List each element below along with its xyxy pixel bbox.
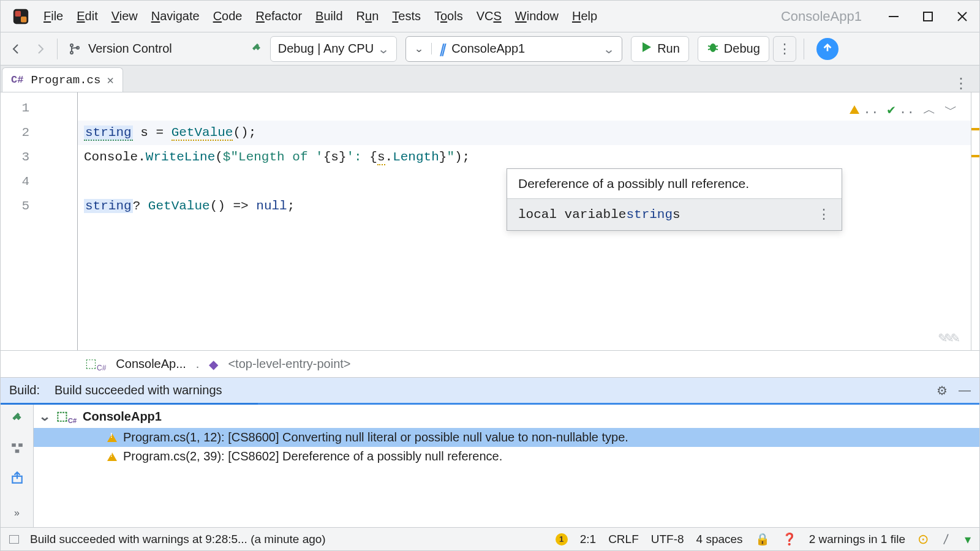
export-log-icon[interactable]	[9, 470, 25, 485]
more-actions-button[interactable]: ⋮	[773, 36, 796, 62]
code-editor[interactable]: 1 2 3 4 5 string s = GetValue(); Console…	[1, 92, 979, 350]
method-icon: ◆	[209, 357, 218, 372]
breadcrumb-method[interactable]: <top-level-entry-point>	[228, 357, 350, 371]
back-button[interactable]	[7, 39, 26, 59]
expand-icon[interactable]: »	[9, 505, 25, 521]
file-encoding[interactable]: UTF-8	[651, 533, 684, 546]
status-bar: Build succeeded with warnings at 9:28:5.…	[1, 527, 979, 550]
build-messages[interactable]: ⌄ ⬚C# ConsoleApp1 ! Program.cs(1, 12): […	[34, 405, 979, 527]
vcs-label[interactable]: Version Control	[88, 42, 172, 56]
lock-icon[interactable]: 🔒	[755, 532, 770, 546]
app-logo-icon	[12, 7, 30, 26]
menu-file[interactable]: File	[37, 6, 69, 27]
csharp-project-icon: ⬚C#	[85, 356, 106, 372]
menu-code[interactable]: Code	[207, 6, 249, 27]
problems-badge[interactable]: 1	[556, 533, 568, 545]
hammer-icon[interactable]	[9, 411, 25, 427]
menu-navigate[interactable]: Navigate	[145, 6, 206, 27]
tab-overflow-button[interactable]: ⋮	[954, 75, 968, 92]
maximize-button[interactable]	[911, 1, 945, 32]
svg-point-7	[70, 44, 73, 47]
inspection-profile-icon[interactable]: ❓	[782, 532, 797, 546]
svg-line-11	[708, 46, 710, 47]
minimize-button[interactable]	[876, 1, 911, 32]
close-button[interactable]	[945, 1, 979, 32]
csharp-file-icon: C#	[11, 74, 23, 86]
indent-setting[interactable]: 4 spaces	[696, 533, 743, 546]
menu-tools[interactable]: Tools	[428, 6, 469, 27]
warning-icon	[850, 105, 859, 114]
pencils-icon[interactable]: ✎✎✎	[938, 329, 957, 347]
build-warning-message[interactable]: ! Program.cs(1, 12): [CS8600] Converting…	[34, 428, 979, 447]
separator	[804, 39, 804, 59]
build-icon[interactable]	[247, 39, 266, 59]
run-button[interactable]: Run	[631, 36, 689, 62]
warning-marker[interactable]	[971, 155, 979, 157]
main-toolbar: Version Control Debug | Any CPU ⌄ ⌄ ∥ Co…	[1, 32, 979, 66]
menu-vcs[interactable]: VCS	[470, 6, 508, 27]
hide-panel-button[interactable]: —	[959, 383, 971, 398]
inspection-widget[interactable]: .. ✔.. ︿ ﹀	[850, 101, 957, 118]
separator	[57, 39, 58, 59]
breadcrumb: ⬚C# ConsoleAp... . ◆ <top-level-entry-po…	[1, 350, 979, 377]
editor-tab-strip: C# Program.cs ✕ ⋮	[1, 66, 979, 92]
svg-rect-16	[18, 443, 23, 447]
menu-bar: File Edit View Navigate Code Refactor Bu…	[1, 1, 979, 32]
editor-tab[interactable]: C# Program.cs ✕	[2, 67, 123, 92]
menu-items: File Edit View Navigate Code Refactor Bu…	[37, 6, 603, 27]
breadcrumb-project[interactable]: ConsoleAp...	[116, 357, 186, 371]
warnings-count[interactable]: 2 warnings in 1 file	[809, 533, 905, 546]
status-build-message[interactable]: Build succeeded with warnings at 9:28:5.…	[30, 533, 326, 546]
code-area[interactable]: string s = GetValue(); Console.WriteLine…	[78, 92, 971, 350]
menu-tests[interactable]: Tests	[386, 6, 427, 27]
tab-close-button[interactable]: ✕	[107, 73, 113, 88]
warning-marker[interactable]	[971, 128, 979, 130]
forward-button[interactable]	[30, 39, 50, 59]
gear-icon[interactable]: ⚙	[937, 383, 948, 398]
build-warning-message[interactable]: ! Program.cs(2, 39): [CS8602] Dereferenc…	[34, 447, 979, 466]
vcs-branch-icon[interactable]	[65, 39, 85, 59]
prev-problem-button[interactable]: ︿	[923, 101, 936, 118]
csharp-project-icon: ∥	[439, 42, 445, 56]
menu-help[interactable]: Help	[566, 6, 603, 27]
build-tool-window: Build: Build succeeded with warnings ⚙ —…	[1, 377, 979, 527]
build-project-node[interactable]: ⌄ ⬚C# ConsoleApp1	[34, 405, 979, 428]
menu-view[interactable]: View	[105, 6, 144, 27]
menu-run[interactable]: Run	[350, 6, 385, 27]
run-config-name: ConsoleApp1	[451, 42, 525, 56]
svg-line-12	[715, 46, 718, 47]
error-stripe[interactable]	[971, 92, 979, 350]
hint-more-button[interactable]: ⋮	[817, 206, 831, 223]
menu-refactor[interactable]: Refactor	[249, 6, 308, 27]
build-panel-header: Build: Build succeeded with warnings ⚙ —	[1, 378, 979, 405]
window-controls	[876, 1, 979, 32]
svg-rect-17	[15, 449, 19, 453]
build-config-dropdown[interactable]: Debug | Any CPU ⌄	[270, 36, 397, 62]
tab-filename: Program.cs	[31, 73, 100, 87]
shield-icon[interactable]: ▾	[965, 532, 971, 547]
hint-message: Dereference of a possibly null reference…	[507, 169, 842, 198]
svg-line-13	[708, 49, 710, 50]
caret-position[interactable]: 2:1	[580, 533, 596, 546]
run-config-selector[interactable]: ⌄ ∥ ConsoleApp1 ⌄	[405, 36, 622, 62]
run-config-prev-button[interactable]: ⌄	[406, 43, 432, 54]
hint-symbol-row[interactable]: local variable string s ⋮	[507, 198, 842, 230]
menu-edit[interactable]: Edit	[70, 6, 104, 27]
project-name: ConsoleApp1	[781, 9, 862, 24]
chevron-down-icon: ⌄	[39, 409, 51, 424]
menu-build[interactable]: Build	[309, 6, 349, 27]
pulse-icon[interactable]: 〳	[941, 533, 952, 546]
circle-warning-icon[interactable]: ⊙	[918, 531, 929, 547]
build-side-rail: »	[1, 405, 34, 527]
menu-window[interactable]: Window	[509, 6, 565, 27]
chevron-down-icon: ⌄	[377, 42, 390, 56]
tree-view-icon[interactable]	[9, 440, 25, 456]
next-problem-button[interactable]: ﹀	[944, 101, 957, 118]
svg-rect-15	[12, 443, 16, 447]
code-with-me-button[interactable]	[816, 38, 839, 60]
bug-icon	[707, 41, 719, 56]
tool-windows-toggle-icon[interactable]	[9, 535, 19, 544]
debug-button[interactable]: Debug	[698, 36, 769, 62]
check-icon: ✔	[888, 102, 895, 118]
line-ending[interactable]: CRLF	[608, 533, 639, 546]
